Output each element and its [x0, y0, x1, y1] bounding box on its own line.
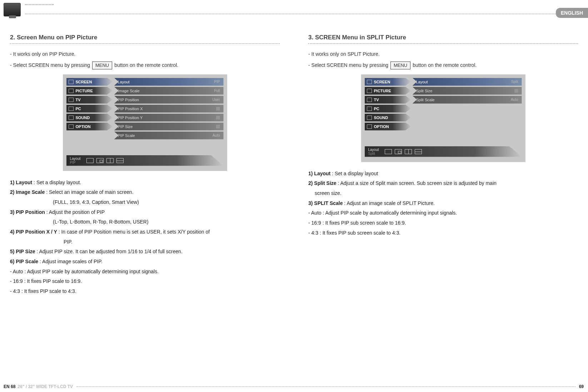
option-label: PIP Size	[118, 124, 133, 129]
description-list: 1) Layout : Set a display layout. 2) Ima…	[10, 179, 280, 295]
layout-split-h-icon	[106, 158, 114, 163]
option-value: PIP	[214, 80, 220, 84]
language-tab: ENGLISH	[556, 8, 588, 18]
text: - Select SCREEN menu by pressing	[10, 62, 91, 68]
osd-option-row: PIP PositionUser	[114, 96, 224, 104]
text: button on the remote control.	[413, 62, 477, 68]
osd-nav-item: PC	[66, 105, 113, 113]
section-title: 3. SCREEN Menu in SPLIT Picture	[308, 34, 578, 44]
osd-nav-item: PICTURE	[365, 87, 411, 95]
product-model: 26" / 32" WIDE TFT-LCD TV	[18, 384, 73, 389]
right-column: 3. SCREEN Menu in SPLIT Picture - It wor…	[308, 34, 578, 298]
nav-item-label: SOUND	[374, 114, 388, 122]
nav-item-icon	[69, 124, 74, 129]
layout-full-icon	[385, 149, 392, 154]
nav-item-icon	[367, 98, 372, 102]
nav-item-icon	[367, 124, 372, 129]
intro-line: - Select SCREEN menu by pressing MENU bu…	[10, 62, 280, 69]
option-label: Split Size	[416, 89, 433, 93]
osd-bottom-bar: Layout Split	[365, 146, 522, 157]
nav-item-icon	[69, 89, 74, 93]
option-value: Auto	[511, 98, 518, 102]
option-label: Layout	[416, 80, 428, 84]
section-title: 2. Screen Menu on PIP Picture	[10, 34, 280, 44]
option-value: ||||	[216, 116, 220, 119]
nav-item-icon	[367, 107, 372, 111]
layout-pip-icon	[395, 149, 402, 154]
intro-line: - It works only on SPLIT Picture.	[308, 50, 578, 58]
tv-product-icon	[4, 3, 21, 16]
option-label: Image Scale	[118, 89, 140, 93]
nav-item-icon	[69, 116, 74, 120]
option-value: Split	[511, 80, 518, 84]
option-label: PIP Position X	[118, 107, 143, 111]
intro-line: - It works only on PIP Picture.	[10, 50, 280, 58]
option-value: ||||	[216, 124, 220, 128]
nav-item-icon	[69, 80, 74, 84]
nav-item-label: TV	[374, 96, 379, 104]
option-value: User	[212, 98, 220, 102]
osd-option-row: PIP Size||||	[114, 123, 224, 131]
nav-item-label: PC	[76, 105, 81, 113]
nav-item-label: PICTURE	[374, 87, 391, 95]
nav-item-icon	[367, 116, 372, 120]
osd-screenshot: SCREENLayoutPIPPICTUREImage ScaleFullTVP…	[63, 74, 227, 171]
nav-item-label: OPTION	[374, 123, 389, 131]
osd-screenshot: SCREENLayoutSplitPICTURESplit Size||||TV…	[361, 74, 525, 162]
nav-item-label: SOUND	[76, 114, 90, 122]
left-column: 2. Screen Menu on PIP Picture - It works…	[10, 34, 280, 298]
layout-icons	[86, 158, 124, 163]
text: button on the remote control.	[114, 62, 178, 68]
osd-bottom-label: Layout PIP	[70, 157, 81, 165]
osd-nav-item: TV	[66, 96, 113, 104]
option-value: Auto	[213, 133, 220, 137]
option-value: ||||	[216, 107, 220, 111]
layout-full-icon	[86, 158, 94, 163]
osd-nav-item: PICTURE	[66, 87, 113, 95]
decorative-dots	[25, 14, 571, 14]
option-label: Split Scale	[416, 98, 435, 102]
option-label: PIP Position Y	[118, 116, 143, 120]
osd-option-row: PIP Position X||||	[114, 105, 224, 113]
osd-nav-item: SOUND	[365, 114, 411, 122]
osd-nav-item: OPTION	[365, 123, 411, 131]
nav-item-icon	[69, 98, 74, 102]
osd-bottom-bar: Layout PIP	[66, 155, 224, 166]
osd-option-row: Split Size||||	[413, 87, 522, 95]
osd-bottom-label: Layout Split	[368, 148, 379, 156]
osd-nav-item: SOUND	[66, 114, 113, 122]
decorative-dots	[76, 386, 575, 387]
layout-split-h-icon	[405, 149, 412, 154]
option-value: ||||	[514, 89, 518, 93]
osd-nav-item: SCREEN	[365, 78, 411, 86]
osd-nav-item: SCREEN	[66, 78, 113, 86]
nav-item-label: PICTURE	[76, 87, 93, 95]
nav-item-label: SCREEN	[76, 78, 92, 86]
page-number-left: EN 68	[0, 384, 15, 389]
nav-item-label: OPTION	[76, 123, 91, 131]
description-list: 1) Layout : Set a display layout 2) Spli…	[308, 170, 578, 237]
osd-option-row: Image ScaleFull	[114, 87, 224, 95]
layout-icons	[385, 149, 422, 154]
option-label: Layout	[118, 80, 130, 84]
osd-option-row: Split ScaleAuto	[413, 96, 522, 104]
nav-item-label: PC	[374, 105, 379, 113]
osd-option-row: LayoutPIP	[114, 78, 224, 86]
menu-button-label: MENU	[390, 62, 410, 69]
nav-item-icon	[367, 80, 372, 84]
nav-item-label: SCREEN	[374, 78, 390, 86]
osd-option-row: PIP ScaleAuto	[114, 132, 224, 139]
osd-nav-item: PC	[365, 105, 411, 113]
decorative-dots	[25, 4, 54, 5]
page-footer: EN 68 26" / 32" WIDE TFT-LCD TV 69	[0, 384, 588, 389]
intro-line: - Select SCREEN menu by pressing MENU bu…	[308, 62, 578, 69]
osd-nav-item: OPTION	[66, 123, 113, 131]
layout-pip-icon	[96, 158, 104, 163]
option-value: Full	[214, 89, 220, 93]
layout-split-v-icon	[415, 149, 422, 154]
osd-nav-item: TV	[365, 96, 411, 104]
osd-option-row: LayoutSplit	[413, 78, 522, 86]
osd-option-row: PIP Position Y||||	[114, 114, 224, 122]
layout-split-v-icon	[116, 158, 124, 163]
menu-button-label: MENU	[92, 62, 112, 69]
